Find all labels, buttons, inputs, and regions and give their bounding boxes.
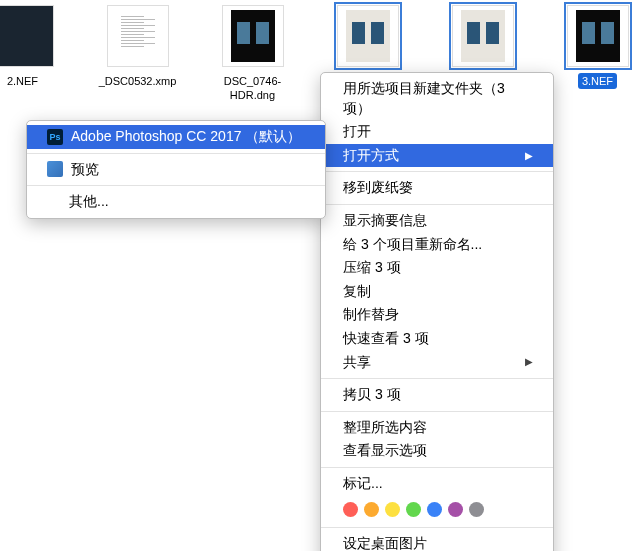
file-item[interactable]: _DSC0532.xmp <box>95 5 180 104</box>
tag-green[interactable] <box>406 502 421 517</box>
menu-separator <box>27 185 325 186</box>
menu-new-folder[interactable]: 用所选项目新建文件夹（3 项） <box>321 77 553 120</box>
menu-compress[interactable]: 压缩 3 项 <box>321 256 553 280</box>
file-thumbnail <box>107 5 169 67</box>
file-item[interactable]: 3.NEF <box>555 5 640 104</box>
menu-separator <box>321 378 553 379</box>
menu-separator <box>321 411 553 412</box>
menu-show-info[interactable]: 显示摘要信息 <box>321 209 553 233</box>
menu-share[interactable]: 共享 ▶ <box>321 351 553 375</box>
tag-yellow[interactable] <box>385 502 400 517</box>
menu-separator <box>321 527 553 528</box>
file-name: DSC_0746- HDR.dng <box>221 73 284 104</box>
menu-make-alias[interactable]: 制作替身 <box>321 303 553 327</box>
menu-view-options[interactable]: 查看显示选项 <box>321 439 553 463</box>
menu-open[interactable]: 打开 <box>321 120 553 144</box>
file-thumbnail <box>567 5 629 67</box>
file-name: _DSC0532.xmp <box>96 73 180 89</box>
context-menu: 用所选项目新建文件夹（3 项） 打开 打开方式 ▶ 移到废纸篓 显示摘要信息 给… <box>320 72 554 551</box>
submenu-other[interactable]: 其他... <box>27 190 325 214</box>
tag-gray[interactable] <box>469 502 484 517</box>
menu-clean-up[interactable]: 整理所选内容 <box>321 416 553 440</box>
file-name: 3.NEF <box>578 73 617 89</box>
file-thumbnail <box>222 5 284 67</box>
menu-separator <box>27 153 325 154</box>
menu-separator <box>321 204 553 205</box>
file-name: 2.NEF <box>4 73 41 89</box>
submenu-photoshop[interactable]: Ps Adobe Photoshop CC 2017 （默认） <box>27 125 325 149</box>
tag-red[interactable] <box>343 502 358 517</box>
file-thumbnail <box>0 5 54 67</box>
tag-colors-row <box>321 496 553 523</box>
open-with-submenu: Ps Adobe Photoshop CC 2017 （默认） 预览 其他... <box>26 120 326 219</box>
menu-rename[interactable]: 给 3 个项目重新命名... <box>321 233 553 257</box>
photoshop-icon: Ps <box>47 129 63 145</box>
menu-open-with[interactable]: 打开方式 ▶ <box>321 144 553 168</box>
menu-separator <box>321 467 553 468</box>
menu-quick-look[interactable]: 快速查看 3 项 <box>321 327 553 351</box>
tag-orange[interactable] <box>364 502 379 517</box>
file-item[interactable]: DSC_0746- HDR.dng <box>210 5 295 104</box>
tag-purple[interactable] <box>448 502 463 517</box>
submenu-arrow-icon: ▶ <box>525 149 533 163</box>
preview-icon <box>47 161 63 177</box>
menu-duplicate[interactable]: 复制 <box>321 280 553 304</box>
tag-blue[interactable] <box>427 502 442 517</box>
file-item[interactable]: 2.NEF <box>0 5 65 104</box>
submenu-preview[interactable]: 预览 <box>27 158 325 182</box>
file-thumbnail <box>337 5 399 67</box>
menu-separator <box>321 171 553 172</box>
menu-tags-label: 标记... <box>321 472 553 496</box>
file-thumbnail <box>452 5 514 67</box>
submenu-arrow-icon: ▶ <box>525 355 533 369</box>
menu-set-desktop[interactable]: 设定桌面图片 <box>321 532 553 552</box>
menu-move-to-trash[interactable]: 移到废纸篓 <box>321 176 553 200</box>
menu-copy[interactable]: 拷贝 3 项 <box>321 383 553 407</box>
